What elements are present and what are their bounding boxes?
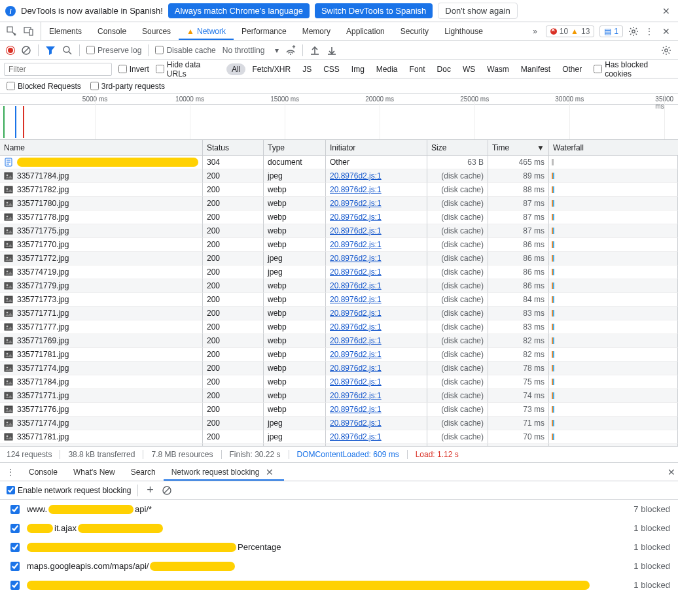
network-settings-icon[interactable] xyxy=(661,45,671,56)
initiator-link[interactable]: 20.8976d2.js:1 xyxy=(330,185,382,194)
block-pattern-row[interactable]: Percentage1 blocked xyxy=(0,538,678,556)
pattern-enabled-checkbox[interactable] xyxy=(10,581,20,590)
invert-checkbox[interactable]: Invert xyxy=(118,65,149,74)
request-row[interactable]: 335771781.jpg200webp20.8976d2.js:1(disk … xyxy=(0,348,678,362)
disable-cache-checkbox[interactable]: Disable cache xyxy=(155,46,215,55)
clear-icon[interactable] xyxy=(21,45,31,56)
error-warning-counter[interactable]: 10 ▲13 xyxy=(546,26,595,37)
initiator-link[interactable]: 20.8976d2.js:1 xyxy=(330,364,382,373)
request-row[interactable]: 335771773.jpg200jpeg20.8976d2.js:1(disk … xyxy=(0,444,678,446)
network-timeline[interactable]: 5000 ms10000 ms15000 ms20000 ms25000 ms3… xyxy=(0,94,678,140)
tab-lighthouse[interactable]: Lighthouse xyxy=(437,22,491,40)
request-row[interactable]: 335771769.jpg200webp20.8976d2.js:1(disk … xyxy=(0,334,678,348)
close-drawer-icon[interactable]: ✕ xyxy=(665,467,678,477)
initiator-link[interactable]: 20.8976d2.js:1 xyxy=(330,254,382,263)
pattern-enabled-checkbox[interactable] xyxy=(10,524,20,533)
initiator-link[interactable]: 20.8976d2.js:1 xyxy=(330,405,382,414)
filter-pill-doc[interactable]: Doc xyxy=(432,63,456,75)
drawer-tab-network-request-blocking[interactable]: Network request blocking✕ xyxy=(164,463,285,481)
block-pattern-row[interactable]: maps.googleapis.com/maps/api/1 blocked xyxy=(0,556,678,575)
filter-pill-fetch-xhr[interactable]: Fetch/XHR xyxy=(247,63,296,75)
request-row[interactable]: 335771775.jpg200webp20.8976d2.js:1(disk … xyxy=(0,224,678,238)
blocked-requests-checkbox[interactable]: Blocked Requests xyxy=(7,82,81,91)
filter-pill-media[interactable]: Media xyxy=(371,63,403,75)
filter-pill-ws[interactable]: WS xyxy=(457,63,480,75)
initiator-link[interactable]: 20.8976d2.js:1 xyxy=(330,377,382,386)
initiator-link[interactable]: 20.8976d2.js:1 xyxy=(330,391,382,400)
clear-patterns-icon[interactable] xyxy=(162,485,172,496)
upload-har-icon[interactable] xyxy=(310,45,320,56)
filter-pill-img[interactable]: Img xyxy=(346,63,370,75)
initiator-link[interactable]: 20.8976d2.js:1 xyxy=(330,171,382,180)
request-row[interactable]: 335771772.jpg200jpeg20.8976d2.js:1(disk … xyxy=(0,252,678,265)
initiator-link[interactable]: 20.8976d2.js:1 xyxy=(330,240,382,249)
close-infobar-icon[interactable]: ✕ xyxy=(660,6,673,16)
drawer-menu-icon[interactable]: ⋮ xyxy=(0,468,21,477)
enable-blocking-checkbox[interactable]: Enable network request blocking xyxy=(7,486,131,495)
initiator-link[interactable]: 20.8976d2.js:1 xyxy=(330,309,382,318)
initiator-link[interactable]: 20.8976d2.js:1 xyxy=(330,322,382,332)
col-size[interactable]: Size xyxy=(427,140,488,155)
filter-pill-manifest[interactable]: Manifest xyxy=(516,63,556,75)
network-conditions-icon[interactable] xyxy=(285,45,296,56)
initiator-link[interactable]: 20.8976d2.js:1 xyxy=(330,226,382,235)
request-row[interactable]: 335771773.jpg200webp20.8976d2.js:1(disk … xyxy=(0,293,678,307)
filter-pill-js[interactable]: JS xyxy=(297,63,317,75)
throttling-select[interactable]: No throttling▾ xyxy=(223,46,279,55)
col-type[interactable]: Type xyxy=(264,140,326,155)
pattern-enabled-checkbox[interactable] xyxy=(10,543,20,552)
settings-icon[interactable] xyxy=(628,26,639,37)
add-pattern-icon[interactable]: + xyxy=(145,485,155,496)
kebab-menu-icon[interactable]: ⋮ xyxy=(644,26,654,37)
request-row[interactable]: 335771784.jpg200webp20.8976d2.js:1(disk … xyxy=(0,375,678,389)
initiator-link[interactable]: 20.8976d2.js:1 xyxy=(330,295,382,304)
request-row[interactable]: 335771771.jpg200webp20.8976d2.js:1(disk … xyxy=(0,307,678,320)
initiator-link[interactable]: 20.8976d2.js:1 xyxy=(330,213,382,222)
request-row[interactable]: 335771777.jpg200webp20.8976d2.js:1(disk … xyxy=(0,320,678,334)
pattern-enabled-checkbox[interactable] xyxy=(10,562,20,571)
record-button[interactable] xyxy=(7,46,14,54)
request-row[interactable]: 335771784.jpg200jpeg20.8976d2.js:1(disk … xyxy=(0,169,678,183)
filter-funnel-icon[interactable] xyxy=(45,45,56,56)
tab-network[interactable]: ▲Network xyxy=(179,22,234,40)
hide-data-urls-checkbox[interactable]: Hide data URLs xyxy=(156,60,220,78)
request-row[interactable]: 335771774.jpg200webp20.8976d2.js:1(disk … xyxy=(0,362,678,375)
filter-pill-wasm[interactable]: Wasm xyxy=(482,63,514,75)
request-row[interactable]: 335771778.jpg200webp20.8976d2.js:1(disk … xyxy=(0,211,678,224)
request-row[interactable]: 335771770.jpg200webp20.8976d2.js:1(disk … xyxy=(0,238,678,252)
request-row[interactable]: 335771779.jpg200webp20.8976d2.js:1(disk … xyxy=(0,279,678,293)
inspect-icon[interactable] xyxy=(7,26,17,37)
tab-security[interactable]: Security xyxy=(393,22,437,40)
has-blocked-cookies-checkbox[interactable]: Has blocked cookies xyxy=(594,60,674,78)
close-devtools-icon[interactable]: ✕ xyxy=(660,26,673,37)
request-row[interactable]: 335771774.jpg200jpeg20.8976d2.js:1(disk … xyxy=(0,417,678,430)
preserve-log-checkbox[interactable]: Preserve log xyxy=(86,46,141,55)
tab-console[interactable]: Console xyxy=(90,22,134,40)
filter-pill-css[interactable]: CSS xyxy=(318,63,345,75)
drawer-tab-search[interactable]: Search xyxy=(123,463,164,481)
request-row[interactable]: 335771776.jpg200webp20.8976d2.js:1(disk … xyxy=(0,403,678,417)
more-tabs-icon[interactable]: » xyxy=(530,26,541,37)
tab-sources[interactable]: Sources xyxy=(134,22,179,40)
initiator-link[interactable]: 20.8976d2.js:1 xyxy=(330,199,382,208)
switch-spanish-button[interactable]: Switch DevTools to Spanish xyxy=(315,3,433,18)
block-pattern-row[interactable]: 1 blocked xyxy=(0,575,678,594)
initiator-link[interactable]: 20.8976d2.js:1 xyxy=(330,419,382,428)
block-pattern-row[interactable]: www.api/*7 blocked xyxy=(0,500,678,519)
request-row[interactable]: 335774719.jpg200jpeg20.8976d2.js:1(disk … xyxy=(0,265,678,279)
request-row[interactable]: 335771771.jpg200webp20.8976d2.js:1(disk … xyxy=(0,389,678,403)
issues-counter[interactable]: ▤1 xyxy=(599,26,623,37)
col-time[interactable]: Time▼ xyxy=(488,140,549,155)
tab-performance[interactable]: Performance xyxy=(234,22,294,40)
dont-show-button[interactable]: Don't show again xyxy=(438,3,517,19)
drawer-tab-what-s-new[interactable]: What's New xyxy=(65,463,123,481)
request-row[interactable]: 335771782.jpg200webp20.8976d2.js:1(disk … xyxy=(0,183,678,197)
request-row[interactable]: 304documentOther63 B465 ms xyxy=(0,156,678,169)
filter-pill-all[interactable]: All xyxy=(226,63,245,75)
device-toggle-icon[interactable] xyxy=(24,26,34,37)
initiator-link[interactable]: 20.8976d2.js:1 xyxy=(330,350,382,359)
initiator-link[interactable]: 20.8976d2.js:1 xyxy=(330,267,382,277)
col-status[interactable]: Status xyxy=(203,140,264,155)
request-row[interactable]: 335771781.jpg200jpeg20.8976d2.js:1(disk … xyxy=(0,430,678,444)
initiator-link[interactable]: 20.8976d2.js:1 xyxy=(330,336,382,345)
